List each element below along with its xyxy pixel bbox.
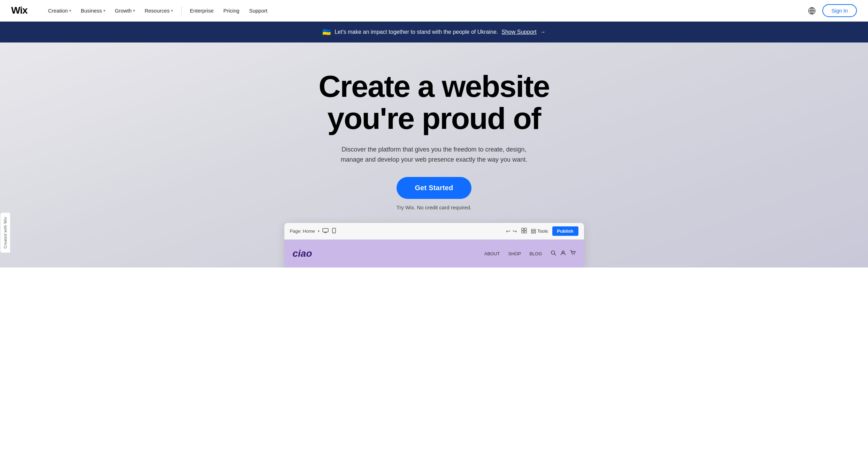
show-support-link[interactable]: Show Support bbox=[501, 29, 537, 35]
editor-preview: Page: Home ▾ bbox=[284, 223, 584, 268]
editor-site-nav: ABOUT SHOP BLOG bbox=[484, 250, 576, 257]
hero-note: Try Wix. No credit card required. bbox=[397, 204, 471, 210]
editor-toolbar-right: ↩ ↪ Tools bbox=[506, 226, 578, 236]
svg-rect-11 bbox=[524, 228, 527, 230]
chevron-down-icon: ▾ bbox=[133, 9, 135, 13]
svg-point-19 bbox=[562, 251, 564, 253]
user-icon bbox=[560, 250, 566, 257]
tools-button[interactable]: Tools bbox=[531, 228, 548, 234]
chevron-down-icon: ▾ bbox=[69, 9, 71, 13]
svg-rect-12 bbox=[522, 231, 524, 233]
svg-text:Wix: Wix bbox=[11, 5, 28, 14]
svg-rect-13 bbox=[524, 231, 527, 233]
desktop-icon[interactable] bbox=[322, 228, 329, 234]
nav-item-pricing[interactable]: Pricing bbox=[219, 5, 244, 16]
wix-logo-text: Wix bbox=[11, 5, 31, 17]
tools-label: Tools bbox=[537, 228, 548, 234]
nav-item-creation[interactable]: Creation ▾ bbox=[44, 5, 75, 16]
arrow-icon: → bbox=[540, 29, 546, 35]
nav-right: Sign In bbox=[807, 4, 857, 17]
site-name: ciao bbox=[293, 248, 312, 259]
nav-item-support[interactable]: Support bbox=[245, 5, 272, 16]
zoom-icon[interactable] bbox=[521, 228, 527, 234]
hero-subtitle: Discover the platform that gives you the… bbox=[333, 145, 535, 165]
svg-rect-14 bbox=[531, 229, 536, 230]
svg-point-21 bbox=[574, 254, 575, 255]
svg-point-9 bbox=[334, 232, 334, 233]
svg-rect-15 bbox=[531, 231, 536, 232]
nav-item-enterprise[interactable]: Enterprise bbox=[186, 5, 218, 16]
banner-message: Let's make an impact together to stand w… bbox=[335, 29, 498, 35]
hero-title: Create a website you're proud of bbox=[318, 70, 550, 135]
svg-rect-10 bbox=[522, 228, 524, 230]
logo[interactable]: Wix bbox=[11, 5, 31, 17]
ukraine-flag-icon: 🇺🇦 bbox=[322, 28, 331, 36]
sign-in-button[interactable]: Sign In bbox=[822, 4, 857, 17]
chevron-down-icon: ▾ bbox=[103, 9, 105, 13]
editor-toolbar: Page: Home ▾ bbox=[284, 223, 584, 240]
nav-item-resources[interactable]: Resources ▾ bbox=[140, 5, 177, 16]
undo-button[interactable]: ↩ bbox=[506, 228, 510, 234]
nav-item-growth[interactable]: Growth ▾ bbox=[111, 5, 139, 16]
navbar: Wix Creation ▾ Business ▾ Growth ▾ Resou… bbox=[0, 0, 868, 22]
redo-button[interactable]: ↪ bbox=[513, 228, 517, 234]
get-started-button[interactable]: Get Started bbox=[397, 177, 471, 199]
search-icon bbox=[551, 250, 556, 257]
editor-nav-about: ABOUT bbox=[484, 251, 500, 256]
mobile-icon[interactable] bbox=[332, 228, 336, 235]
toolbar-chevron-icon[interactable]: ▾ bbox=[318, 229, 320, 233]
svg-line-18 bbox=[554, 254, 556, 255]
undo-redo-controls: ↩ ↪ bbox=[506, 228, 517, 234]
chevron-down-icon: ▾ bbox=[171, 9, 173, 13]
editor-nav-blog: BLOG bbox=[529, 251, 542, 256]
hero-section: Create a website you're proud of Discove… bbox=[0, 42, 868, 268]
side-badge: Created with Wix bbox=[0, 212, 10, 253]
page-label: Page: Home bbox=[290, 228, 315, 234]
svg-rect-5 bbox=[323, 228, 328, 232]
editor-nav-action-icons bbox=[551, 250, 576, 257]
toolbar-device-icons bbox=[322, 228, 336, 235]
publish-button[interactable]: Publish bbox=[552, 226, 578, 236]
cart-icon bbox=[570, 250, 576, 257]
editor-nav-shop: SHOP bbox=[508, 251, 521, 256]
svg-point-20 bbox=[572, 254, 573, 255]
editor-site-preview: ciao ABOUT SHOP BLOG bbox=[284, 240, 584, 268]
nav-links: Creation ▾ Business ▾ Growth ▾ Resources… bbox=[44, 5, 807, 16]
language-icon[interactable] bbox=[807, 6, 817, 16]
ukraine-banner: 🇺🇦 Let's make an impact together to stan… bbox=[0, 22, 868, 42]
nav-item-business[interactable]: Business ▾ bbox=[77, 5, 109, 16]
nav-divider bbox=[181, 7, 182, 15]
editor-toolbar-left: Page: Home ▾ bbox=[290, 228, 336, 235]
svg-rect-16 bbox=[531, 232, 536, 233]
